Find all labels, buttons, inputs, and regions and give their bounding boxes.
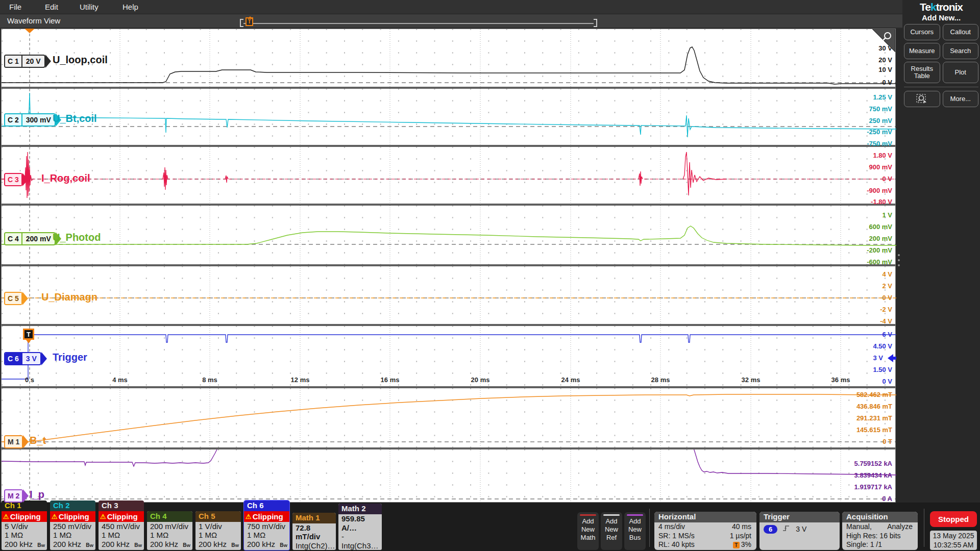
ch4-settings-badge[interactable]: Ch 4 200 mV/div 1 MΩ 200 kHzBW	[147, 511, 192, 550]
time-axis-label: 28 ms	[645, 376, 676, 384]
time-axis-label: 36 ms	[825, 376, 856, 384]
trigger-source-badge: 6	[764, 525, 777, 534]
waveform-view[interactable]: 30 V 20 V 10 V 0 V C 1 20 V U_loop,coil …	[1, 29, 896, 503]
ch5-settings-badge[interactable]: Ch 5 1 V/div 1 MΩ 200 kHzBW	[195, 511, 241, 550]
waveform-m1	[2, 388, 896, 447]
axis-label: 0 A	[826, 494, 892, 504]
channel-1-badge[interactable]: C 1 20 V	[4, 55, 45, 68]
axis-label: 6 V	[826, 330, 892, 339]
run-stop-status-button[interactable]: Stopped	[930, 511, 977, 527]
bandwidth-badge: BW	[183, 541, 190, 550]
ch3-settings-badge[interactable]: Ch 3 ⚠Clipping 450 mV/div 1 MΩ 200 kHzBW	[99, 500, 144, 550]
ch2-settings-badge[interactable]: Ch 2 ⚠Clipping 250 mV/div 1 MΩ 200 kHzBW	[50, 500, 95, 550]
menu-bar: File Edit Utility Help	[0, 0, 902, 14]
acquisition-panel[interactable]: Acquisition Manual,Analyze High Res: 16 …	[842, 512, 918, 550]
channel-5-label[interactable]: U_Diamagn	[41, 291, 97, 303]
channel-4-badge[interactable]: C 4 200 mV	[4, 232, 56, 245]
channel-2-badge[interactable]: C 2 300 mV	[4, 113, 56, 127]
trigger-position-marker-icon[interactable]	[24, 29, 35, 33]
more-button[interactable]: More...	[943, 91, 979, 107]
axis-label: -600 mV	[826, 258, 892, 267]
zoom-corner-icon[interactable]	[872, 29, 895, 55]
add-new-ref-button[interactable]: Add New Ref	[601, 512, 622, 550]
time-label: 10:32:55 AM	[930, 540, 977, 549]
channel-6-label[interactable]: Trigger	[53, 352, 87, 363]
callout-button[interactable]: Callout	[943, 24, 979, 40]
tektronix-logo: Tektronix	[902, 1, 980, 13]
add-new-title: Add New...	[904, 13, 978, 22]
axis-label: 600 mV	[826, 222, 892, 232]
trigger-source-marker[interactable]: T	[23, 329, 34, 340]
math-1-slice[interactable]: 582.462 mT 436.846 mT 291.231 mT 145.615…	[2, 388, 895, 447]
time-axis-label: 16 ms	[375, 376, 405, 384]
math1-settings-badge[interactable]: Math 1 72.8 mT/div Intg(Ch2)…	[292, 513, 336, 550]
warning-icon: ⚠	[100, 513, 106, 520]
channel-6-badge[interactable]: C 6 3 V	[4, 352, 41, 365]
axis-label: 250 mV	[826, 116, 892, 126]
add-new-panel: Add New... Cursors Callout Measure Searc…	[904, 12, 978, 107]
channel-3-label[interactable]: I_Rog,coil	[41, 172, 90, 184]
menu-file[interactable]: File	[9, 3, 21, 11]
time-axis-label: 24 ms	[555, 376, 586, 384]
waveform-c1	[2, 29, 896, 87]
add-new-bus-button[interactable]: Add New Bus	[624, 512, 646, 550]
ch6-settings-badge[interactable]: Ch 6 ⚠Clipping 750 mV/div 1 MΩ 200 kHzBW	[244, 500, 289, 550]
datetime-display: 13 May 2025 10:32:55 AM	[930, 531, 977, 550]
axis-label: -4 V	[826, 317, 892, 326]
axis-label: -2 V	[826, 305, 892, 314]
overview-left-bracket	[240, 19, 243, 27]
trigger-panel[interactable]: Trigger 6 3 V	[760, 512, 840, 550]
panel-splitter-handle[interactable]	[896, 29, 902, 503]
time-axis-label: 12 ms	[285, 376, 315, 384]
axis-label: 4.50 V	[826, 342, 892, 351]
math-1-label[interactable]: B_t	[30, 435, 46, 446]
axis-label: 1 V	[826, 211, 892, 220]
channel-5-slice[interactable]: 4 V 2 V 0 V -2 V -4 V C 5 U_Diamagn	[2, 266, 895, 324]
waveform-c3	[2, 147, 896, 204]
menu-edit[interactable]: Edit	[45, 3, 58, 11]
cursors-button[interactable]: Cursors	[904, 24, 940, 40]
channel-5-badge[interactable]: C 5	[4, 292, 22, 305]
math-1-badge[interactable]: M 1	[4, 435, 23, 448]
add-new-math-button[interactable]: Add New Math	[577, 512, 599, 550]
axis-label: 5.759152 kA	[826, 459, 892, 468]
zoom-select-button[interactable]	[904, 91, 940, 107]
horizontal-panel[interactable]: Horizontal 4 ms/div40 ms SR: 1 MS/s1 µs/…	[654, 512, 756, 550]
channel-1-slice[interactable]: 30 V 20 V 10 V 0 V C 1 20 V U_loop,coil	[2, 29, 895, 87]
menu-utility[interactable]: Utility	[80, 3, 99, 11]
ch1-settings-badge[interactable]: Ch 1 ⚠Clipping 5 V/div 1 MΩ 200 kHzBW	[2, 500, 47, 550]
axis-label: -200 mV	[826, 246, 892, 255]
bandwidth-badge: BW	[134, 541, 142, 550]
time-axis-label: 8 ms	[194, 376, 225, 384]
channel-4-slice[interactable]: 1 V 600 mV 200 mV -200 mV -600 mV C 4 20…	[2, 206, 895, 264]
right-panel: Tektronix Add New... Cursors Callout Mea…	[902, 0, 980, 503]
ch6-clipping-warning: ⚠Clipping	[244, 511, 289, 522]
math-2-badge[interactable]: M 2	[4, 489, 23, 503]
axis-label: -1.80 V	[826, 197, 892, 207]
math-2-slice[interactable]: 5.759152 kA 3.839434 kA 1.919717 kA 0 A …	[2, 449, 895, 503]
plot-button[interactable]: Plot	[943, 62, 979, 83]
axis-label: 1.50 V	[826, 365, 892, 374]
channel-2-label[interactable]: U_Bt,coil	[53, 113, 97, 124]
waveform-m2	[2, 449, 896, 503]
channel-6-slice[interactable]: 6 V 4.50 V 3 V 1.50 V 0 V T C 6 3 V Trig…	[2, 326, 895, 386]
axis-label: 145.615 mT	[826, 425, 892, 435]
overview-trigger-flag-icon[interactable]: T	[246, 17, 253, 26]
overview-span-line[interactable]	[243, 23, 594, 24]
axis-label: 3.839434 kA	[826, 471, 892, 480]
axis-label: 900 mV	[826, 163, 892, 172]
channel-3-badge[interactable]: C 3	[4, 173, 22, 186]
math-2-label[interactable]: I_p	[30, 489, 44, 500]
measure-button[interactable]: Measure	[904, 43, 940, 59]
math2-settings-badge[interactable]: Math 2 959.85 A/… -Intg(Ch3…	[338, 504, 382, 550]
search-button[interactable]: Search	[943, 43, 979, 59]
menu-help[interactable]: Help	[122, 3, 138, 11]
channel-3-slice[interactable]: 1.80 V 900 mV 0 V -900 mV -1.80 V C 3 I_…	[2, 147, 895, 204]
bottom-bar: Ch 1 ⚠Clipping 5 V/div 1 MΩ 200 kHzBW Ch…	[0, 503, 980, 551]
results-table-button[interactable]: Results Table	[904, 62, 940, 83]
trigger-level-arrow-icon	[888, 354, 896, 362]
channel-2-slice[interactable]: 1.25 V 750 mV 250 mV -250 mV -750 mV C 2…	[2, 89, 895, 145]
channel-4-label[interactable]: U_Photod	[53, 232, 101, 243]
view-tab-label[interactable]: Waveform View	[7, 16, 60, 25]
channel-1-label[interactable]: U_loop,coil	[53, 54, 108, 66]
